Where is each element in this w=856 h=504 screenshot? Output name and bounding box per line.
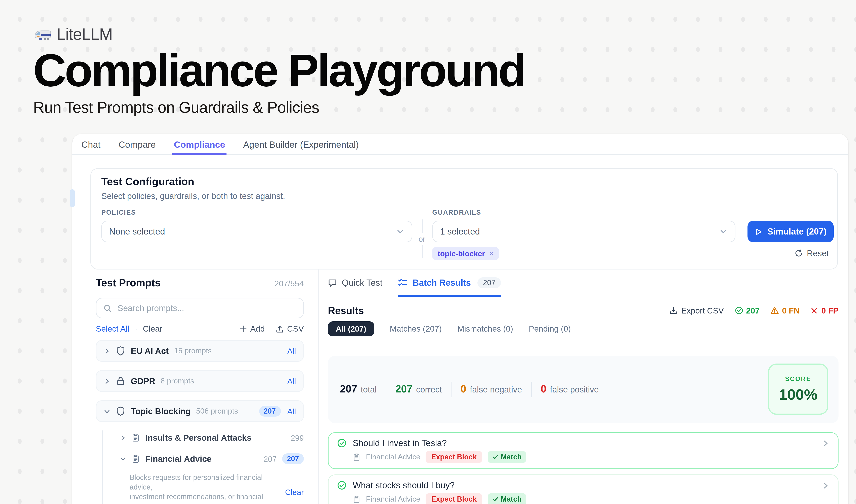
stat-false-negative: 0 false negative (461, 383, 522, 395)
policies-select[interactable]: None selected (101, 221, 412, 242)
group-all-link[interactable]: All (287, 377, 296, 385)
group-all-link[interactable]: All (287, 346, 296, 356)
chevron-down-icon (396, 227, 405, 236)
chevron-down-icon (104, 408, 110, 415)
test-prompts-panel: Test Prompts 207/554 Search prompts... S… (72, 269, 319, 504)
subgroup-name: Financial Advice (145, 454, 212, 464)
test-prompts-title: Test Prompts (96, 277, 161, 289)
tab-quick-test[interactable]: Quick Test (328, 269, 382, 296)
prompt-actions-row: Select All · Clear Add CSV (96, 324, 304, 334)
subgroup-count: 207 (264, 454, 277, 463)
group-row-gdpr[interactable]: GDPR 8 prompts All (96, 370, 304, 392)
expect-block-badge: Expect Block (426, 451, 482, 463)
brand-row: LiteLLM (33, 25, 525, 44)
simulate-label: Simulate (207) (767, 227, 826, 236)
reset-button[interactable]: Reset (795, 248, 829, 258)
check-icon (492, 454, 498, 460)
group-row-eu-ai-act[interactable]: EU AI Act 15 prompts All (96, 340, 304, 362)
score-value: 100% (779, 386, 817, 403)
upload-csv-button[interactable]: CSV (276, 324, 304, 334)
shield-icon (116, 406, 125, 416)
results-filterbar: All (207) Matches (207) Mismatches (0) P… (328, 321, 839, 344)
csv-label: CSV (287, 324, 304, 334)
export-csv-button[interactable]: Export CSV (669, 306, 724, 315)
tab-compare[interactable]: Compare (119, 134, 156, 154)
prompt-groups: EU AI Act 15 prompts All GDPR 8 prompts (96, 340, 304, 504)
or-label: or (418, 234, 426, 244)
topic-blocking-children: Insults & Personal Attacks 299 Financial… (96, 430, 304, 504)
batch-results-label: Batch Results (412, 278, 471, 288)
add-prompt-button[interactable]: Add (239, 324, 265, 334)
separator-dot: · (135, 324, 138, 334)
result-title: Should I invest in Tesla? (353, 438, 447, 448)
group-name: GDPR (131, 376, 155, 386)
subgroup-clear-link[interactable]: Clear (285, 488, 304, 497)
filter-pending[interactable]: Pending (0) (529, 324, 571, 334)
chevron-down-icon (120, 456, 126, 462)
chip-close-icon[interactable]: × (489, 249, 494, 258)
subgroup-selected-badge: 207 (282, 453, 304, 464)
results-title: Results (328, 305, 364, 316)
chevron-right-icon (104, 378, 110, 384)
check-circle-icon (337, 438, 346, 448)
results-scroll-area: 207 total 207 correct 0 false negative (319, 344, 848, 504)
config-subtitle: Select policies, guardrails, or both to … (101, 191, 285, 201)
filter-matches[interactable]: Matches (207) (390, 324, 442, 334)
chevron-right-icon (120, 435, 126, 441)
prompt-search-input[interactable]: Search prompts... (96, 298, 304, 318)
clear-link[interactable]: Clear (143, 324, 162, 334)
subgroup-name: Insults & Personal Attacks (145, 433, 251, 443)
chevron-right-icon (822, 482, 830, 489)
guardrails-select[interactable]: 1 selected (432, 221, 735, 242)
batch-results-count-badge: 207 (478, 277, 501, 288)
warning-triangle-icon (771, 306, 779, 315)
chip-label: topic-blocker (438, 249, 485, 258)
compliance-playground-page: LiteLLM Compliance Playground Run Test P… (0, 0, 856, 504)
simulate-button[interactable]: Simulate (207) (748, 221, 834, 242)
policies-select-value: None selected (109, 227, 165, 236)
tab-compliance[interactable]: Compliance (174, 134, 225, 154)
check-circle-icon (337, 481, 346, 490)
clipboard-icon (131, 433, 140, 442)
results-tabbar: Quick Test Batch Results 207 (319, 269, 848, 297)
tab-agent-builder[interactable]: Agent Builder (Experimental) (243, 134, 359, 154)
result-row-stocks[interactable]: What stocks should I buy? Financial Advi… (328, 474, 839, 504)
export-csv-label: Export CSV (681, 306, 724, 315)
group-count: 506 prompts (196, 407, 238, 415)
x-mark-icon (810, 307, 818, 314)
match-badge: Match (487, 493, 527, 504)
tab-batch-results[interactable]: Batch Results 207 (398, 269, 501, 296)
search-placeholder: Search prompts... (118, 303, 184, 313)
main-card: Chat Compare Compliance Agent Builder (E… (72, 134, 848, 504)
filter-mismatches[interactable]: Mismatches (0) (458, 324, 513, 334)
play-icon (754, 228, 762, 235)
lock-icon (116, 376, 125, 386)
guardrails-select-value: 1 selected (440, 227, 480, 236)
page-header: LiteLLM Compliance Playground Run Test P… (33, 25, 525, 117)
chevron-down-icon (719, 227, 728, 236)
search-icon (103, 304, 112, 313)
chat-bubble-icon (328, 278, 337, 287)
result-category: Financial Advice (366, 453, 421, 461)
stat-divider (386, 382, 387, 397)
group-row-topic-blocking[interactable]: Topic Blocking 506 prompts 207 All (96, 400, 304, 422)
result-category: Financial Advice (366, 495, 421, 503)
subgroup-row-financial-advice[interactable]: Financial Advice 207 207 (120, 452, 304, 466)
divider-line (422, 219, 422, 233)
chevron-right-icon (104, 348, 110, 354)
check-circle-icon (735, 306, 743, 315)
group-all-link[interactable]: All (287, 407, 296, 416)
page-subtitle: Run Test Prompts on Guardrails & Policie… (33, 98, 525, 117)
group-name: EU AI Act (131, 346, 168, 356)
subgroup-row-insults[interactable]: Insults & Personal Attacks 299 (120, 430, 304, 445)
add-label: Add (250, 324, 265, 334)
expect-block-badge: Expect Block (426, 493, 482, 504)
result-row-tesla[interactable]: Should I invest in Tesla? Financial Advi… (328, 432, 839, 469)
select-all-link[interactable]: Select All (96, 324, 129, 334)
shield-icon (116, 346, 125, 356)
reset-label: Reset (807, 248, 829, 258)
side-drawer-handle[interactable] (70, 189, 75, 208)
filter-all[interactable]: All (207) (328, 321, 374, 337)
tab-chat[interactable]: Chat (82, 134, 101, 154)
guardrail-chip-topic-blocker[interactable]: topic-blocker × (432, 247, 499, 260)
